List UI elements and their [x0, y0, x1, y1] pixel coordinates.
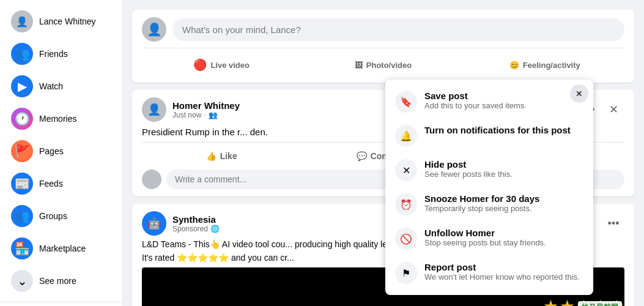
friends-icon: 👥 — [11, 43, 33, 65]
save-post-subtitle: Add this to your saved items. — [424, 101, 527, 110]
sponsored-label: Sponsored — [172, 225, 208, 233]
create-post-input[interactable] — [172, 18, 624, 41]
create-post-top: 👤 — [142, 17, 624, 42]
post-author-avatar: 👤 — [142, 97, 166, 122]
like-icon: 👍 — [206, 151, 217, 161]
dropdown-close-button[interactable]: ✕ — [570, 84, 588, 103]
sidebar-item-memories[interactable]: 🕐 Memories — [4, 103, 119, 135]
public-icon: 👥 — [209, 111, 218, 119]
dropdown-item-snooze-text: Snooze Homer for 30 days Temporarily sto… — [424, 193, 539, 213]
ad-sponsored: Sponsored 🌐 — [172, 225, 220, 233]
sidebar-memories-label: Memories — [39, 114, 76, 124]
post-author-info: Homer Whitney Just now · 👥 — [172, 100, 240, 119]
sidebar-user-label: Lance Whitney — [39, 17, 96, 26]
watermark: 快马导航网 — [578, 301, 622, 306]
post-close-button[interactable]: ✕ — [602, 99, 624, 121]
create-post-actions: 🔴 Live video 🖼 Photo/video 😊 Feeling/act… — [142, 48, 624, 75]
dropdown-item-unfollow[interactable]: 🚫 Unfollow Homer Stop seeing posts but s… — [385, 222, 593, 256]
watch-icon: ▶ — [11, 75, 33, 97]
see-more-icon: ⌄ — [11, 270, 33, 292]
report-icon: ⚑ — [395, 262, 417, 284]
main-content: 👤 🔴 Live video 🖼 Photo/video 😊 Feeling/a… — [122, 0, 644, 306]
ad-avatar: 🤖 — [142, 211, 166, 236]
save-post-title: Save post — [424, 91, 527, 101]
photo-video-label: Photo/video — [366, 61, 412, 70]
post-separator: · — [204, 111, 205, 119]
post-time: Just now — [172, 111, 201, 119]
report-subtitle: We won't let Homer know who reported thi… — [424, 272, 580, 282]
feeling-activity-button[interactable]: 😊 Feeling/activity — [465, 54, 624, 75]
sidebar-groups-label: Groups — [39, 211, 67, 221]
sidebar-item-friends[interactable]: 👥 Friends — [4, 38, 119, 70]
sidebar-feeds-label: Feeds — [39, 179, 63, 188]
sidebar-item-marketplace[interactable]: 🏪 Marketplace — [4, 233, 119, 264]
ad-more-button[interactable]: ••• — [602, 212, 624, 234]
like-button[interactable]: 👍 Like — [142, 147, 301, 165]
photo-video-button[interactable]: 🖼 Photo/video — [303, 54, 462, 75]
post-header-left: 👤 Homer Whitney Just now · 👥 — [142, 97, 240, 122]
sidebar-pages-label: Pages — [39, 146, 64, 156]
like-label: Like — [220, 151, 237, 161]
hide-post-icon: ✕ — [395, 159, 417, 181]
report-title: Report post — [424, 262, 580, 272]
marketplace-icon: 🏪 — [11, 237, 33, 259]
star-2: ★ — [560, 296, 575, 306]
dropdown-item-hide-text: Hide post See fewer posts like this. — [424, 159, 513, 179]
sidebar-item-watch[interactable]: ▶ Watch — [4, 70, 119, 102]
dropdown-item-report[interactable]: ⚑ Report post We won't let Homer know wh… — [385, 256, 593, 290]
ad-header-left: 🤖 Synthesia Sponsored 🌐 — [142, 211, 220, 236]
unfollow-title: Unfollow Homer — [424, 228, 546, 238]
dropdown-item-unfollow-text: Unfollow Homer Stop seeing posts but sta… — [424, 228, 546, 247]
dropdown-item-hide-post[interactable]: ✕ Hide post See fewer posts like this. — [385, 153, 593, 187]
sidebar-see-more-label: See more — [39, 276, 76, 286]
unfollow-icon: 🚫 — [395, 228, 417, 250]
sidebar-divider — [0, 302, 122, 302]
live-video-label: Live video — [210, 61, 250, 70]
groups-icon: 👥 — [11, 205, 33, 227]
create-post-avatar: 👤 — [142, 17, 166, 42]
snooze-subtitle: Temporarily stop seeing posts. — [424, 204, 539, 213]
sidebar-item-user[interactable]: 👤 Lance Whitney — [4, 6, 119, 37]
hide-post-title: Hide post — [424, 159, 513, 170]
notifications-title: Turn on notifications for this post — [424, 125, 571, 135]
dropdown-item-snooze[interactable]: ⏰ Snooze Homer for 30 days Temporarily s… — [385, 187, 593, 222]
sidebar-watch-label: Watch — [39, 81, 63, 91]
pages-icon: 🚩 — [11, 140, 33, 162]
live-video-button[interactable]: 🔴 Live video — [142, 54, 301, 75]
dropdown-item-notifications-text: Turn on notifications for this post — [424, 125, 571, 135]
live-video-icon: 🔴 — [193, 58, 207, 72]
sidebar-friends-label: Friends — [39, 49, 68, 59]
sidebar-item-groups[interactable]: 👥 Groups — [4, 200, 119, 232]
unfollow-subtitle: Stop seeing posts but stay friends. — [424, 238, 546, 247]
user-avatar: 👤 — [11, 10, 33, 32]
photo-video-icon: 🖼 — [355, 61, 363, 70]
sidebar: 👤 Lance Whitney 👥 Friends ▶ Watch 🕐 Memo… — [0, 0, 122, 306]
memories-icon: 🕐 — [11, 108, 33, 130]
sidebar-marketplace-label: Marketplace — [39, 244, 86, 253]
save-post-icon: 🔖 — [395, 91, 417, 113]
sidebar-item-see-more[interactable]: ⌄ See more — [4, 265, 119, 297]
snooze-icon: ⏰ — [395, 193, 417, 215]
globe-icon: 🌐 — [210, 225, 220, 233]
star-1: ★ — [543, 296, 558, 306]
sidebar-item-feeds[interactable]: 📰 Feeds — [4, 168, 119, 200]
dropdown-item-notifications[interactable]: 🔔 Turn on notifications for this post — [385, 119, 593, 153]
feeling-icon: 😊 — [509, 61, 519, 70]
create-post-box: 👤 🔴 Live video 🖼 Photo/video 😊 Feeling/a… — [132, 10, 634, 83]
post-options-dropdown: ✕ 🔖 Save post Add this to your saved ite… — [385, 80, 593, 295]
post-author-name: Homer Whitney — [172, 100, 240, 111]
post-meta: Just now · 👥 — [172, 111, 240, 119]
comment-avatar — [142, 170, 161, 189]
dropdown-item-report-text: Report post We won't let Homer know who … — [424, 262, 580, 282]
ad-name: Synthesia — [172, 214, 220, 225]
feeling-label: Feeling/activity — [523, 61, 580, 70]
comment-icon: 💬 — [357, 151, 367, 161]
ad-info: Synthesia Sponsored 🌐 — [172, 214, 220, 233]
feeds-icon: 📰 — [11, 173, 33, 195]
sidebar-item-pages[interactable]: 🚩 Pages — [4, 135, 119, 167]
dropdown-item-save-post[interactable]: 🔖 Save post Add this to your saved items… — [385, 84, 593, 119]
hide-post-subtitle: See fewer posts like this. — [424, 170, 513, 179]
snooze-title: Snooze Homer for 30 days — [424, 193, 539, 204]
notifications-icon: 🔔 — [395, 125, 417, 147]
dropdown-item-save-text: Save post Add this to your saved items. — [424, 91, 527, 110]
